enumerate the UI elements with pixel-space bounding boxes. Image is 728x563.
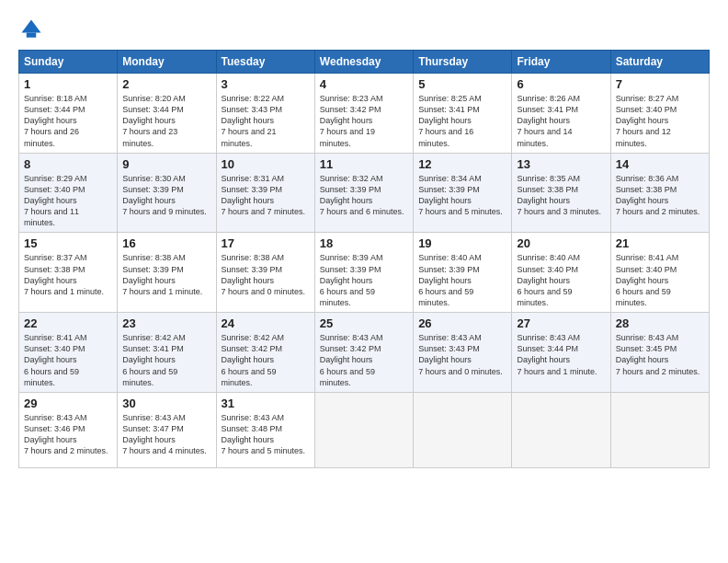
day-number: 20 (517, 236, 605, 250)
day-info: Sunrise: 8:43 AMSunset: 3:42 PMDaylight … (320, 332, 408, 388)
day-number: 31 (222, 396, 310, 410)
day-info: Sunrise: 8:25 AMSunset: 3:41 PMDaylight … (418, 93, 506, 149)
day-number: 9 (122, 157, 210, 171)
day-info: Sunrise: 8:22 AMSunset: 3:43 PMDaylight … (222, 93, 310, 149)
day-number: 14 (616, 157, 704, 171)
calendar-table: SundayMondayTuesdayWednesdayThursdayFrid… (18, 50, 710, 468)
calendar-week-row: 22Sunrise: 8:41 AMSunset: 3:40 PMDayligh… (19, 313, 710, 393)
day-number: 12 (418, 157, 506, 171)
day-info: Sunrise: 8:27 AMSunset: 3:40 PMDaylight … (616, 93, 704, 149)
day-number: 11 (320, 157, 408, 171)
weekday-header: Sunday (19, 51, 118, 74)
calendar-cell: 13Sunrise: 8:35 AMSunset: 3:38 PMDayligh… (512, 153, 610, 233)
day-number: 23 (122, 316, 210, 330)
day-info: Sunrise: 8:36 AMSunset: 3:38 PMDaylight … (616, 173, 704, 218)
calendar-cell: 26Sunrise: 8:43 AMSunset: 3:43 PMDayligh… (414, 313, 512, 393)
calendar-cell: 28Sunrise: 8:43 AMSunset: 3:45 PMDayligh… (610, 313, 709, 393)
day-number: 17 (222, 236, 310, 250)
day-number: 29 (24, 396, 112, 410)
day-number: 16 (122, 236, 210, 250)
day-info: Sunrise: 8:26 AMSunset: 3:41 PMDaylight … (517, 93, 605, 149)
calendar-cell: 14Sunrise: 8:36 AMSunset: 3:38 PMDayligh… (610, 153, 709, 233)
weekday-header: Wednesday (314, 51, 413, 74)
calendar-body: 1Sunrise: 8:18 AMSunset: 3:44 PMDaylight… (19, 74, 710, 468)
calendar-cell: 16Sunrise: 8:38 AMSunset: 3:39 PMDayligh… (118, 233, 216, 313)
day-info: Sunrise: 8:29 AMSunset: 3:40 PMDaylight … (24, 173, 112, 229)
calendar-cell: 18Sunrise: 8:39 AMSunset: 3:39 PMDayligh… (314, 233, 413, 313)
day-info: Sunrise: 8:43 AMSunset: 3:44 PMDaylight … (517, 332, 605, 377)
calendar-cell: 30Sunrise: 8:43 AMSunset: 3:47 PMDayligh… (118, 392, 216, 467)
weekday-header: Tuesday (216, 51, 314, 74)
calendar-cell: 2Sunrise: 8:20 AMSunset: 3:44 PMDaylight… (118, 74, 216, 154)
calendar-cell: 1Sunrise: 8:18 AMSunset: 3:44 PMDaylight… (19, 74, 118, 154)
day-info: Sunrise: 8:40 AMSunset: 3:39 PMDaylight … (418, 252, 506, 308)
page-container: SundayMondayTuesdayWednesdayThursdayFrid… (0, 0, 728, 477)
day-info: Sunrise: 8:41 AMSunset: 3:40 PMDaylight … (616, 252, 704, 308)
calendar-cell: 24Sunrise: 8:42 AMSunset: 3:42 PMDayligh… (216, 313, 314, 393)
calendar-cell: 10Sunrise: 8:31 AMSunset: 3:39 PMDayligh… (216, 153, 314, 233)
weekday-header: Thursday (414, 51, 512, 74)
day-number: 1 (24, 77, 112, 91)
day-info: Sunrise: 8:43 AMSunset: 3:48 PMDaylight … (222, 412, 310, 457)
weekday-header: Friday (512, 51, 610, 74)
calendar-cell: 23Sunrise: 8:42 AMSunset: 3:41 PMDayligh… (118, 313, 216, 393)
day-number: 21 (616, 236, 704, 250)
day-number: 8 (24, 157, 112, 171)
calendar-cell (610, 392, 709, 467)
calendar-cell: 25Sunrise: 8:43 AMSunset: 3:42 PMDayligh… (314, 313, 413, 393)
day-info: Sunrise: 8:38 AMSunset: 3:39 PMDaylight … (122, 252, 210, 297)
day-info: Sunrise: 8:42 AMSunset: 3:41 PMDaylight … (122, 332, 210, 388)
day-number: 15 (24, 236, 112, 250)
calendar-week-row: 29Sunrise: 8:43 AMSunset: 3:46 PMDayligh… (19, 392, 710, 467)
day-number: 22 (24, 316, 112, 330)
day-info: Sunrise: 8:38 AMSunset: 3:39 PMDaylight … (222, 252, 310, 297)
day-number: 3 (222, 77, 310, 91)
day-info: Sunrise: 8:20 AMSunset: 3:44 PMDaylight … (122, 93, 210, 149)
day-number: 7 (616, 77, 704, 91)
day-info: Sunrise: 8:43 AMSunset: 3:43 PMDaylight … (418, 332, 506, 377)
calendar-cell: 12Sunrise: 8:34 AMSunset: 3:39 PMDayligh… (414, 153, 512, 233)
calendar-cell: 3Sunrise: 8:22 AMSunset: 3:43 PMDaylight… (216, 74, 314, 154)
day-info: Sunrise: 8:34 AMSunset: 3:39 PMDaylight … (418, 173, 506, 218)
day-number: 28 (616, 316, 704, 330)
day-info: Sunrise: 8:39 AMSunset: 3:39 PMDaylight … (320, 252, 408, 308)
calendar-cell: 20Sunrise: 8:40 AMSunset: 3:40 PMDayligh… (512, 233, 610, 313)
day-info: Sunrise: 8:32 AMSunset: 3:39 PMDaylight … (320, 173, 408, 218)
day-number: 24 (222, 316, 310, 330)
day-info: Sunrise: 8:43 AMSunset: 3:46 PMDaylight … (24, 412, 112, 457)
svg-rect-1 (27, 33, 37, 38)
calendar-week-row: 1Sunrise: 8:18 AMSunset: 3:44 PMDaylight… (19, 74, 710, 154)
svg-marker-0 (22, 20, 41, 33)
day-info: Sunrise: 8:42 AMSunset: 3:42 PMDaylight … (222, 332, 310, 388)
logo (18, 17, 48, 42)
day-number: 5 (418, 77, 506, 91)
day-number: 26 (418, 316, 506, 330)
day-info: Sunrise: 8:30 AMSunset: 3:39 PMDaylight … (122, 173, 210, 218)
calendar-cell: 19Sunrise: 8:40 AMSunset: 3:39 PMDayligh… (414, 233, 512, 313)
calendar-cell: 15Sunrise: 8:37 AMSunset: 3:38 PMDayligh… (19, 233, 118, 313)
weekday-header: Monday (118, 51, 216, 74)
calendar-cell: 9Sunrise: 8:30 AMSunset: 3:39 PMDaylight… (118, 153, 216, 233)
calendar-cell (512, 392, 610, 467)
calendar-cell: 22Sunrise: 8:41 AMSunset: 3:40 PMDayligh… (19, 313, 118, 393)
weekday-header: Saturday (610, 51, 709, 74)
calendar-week-row: 8Sunrise: 8:29 AMSunset: 3:40 PMDaylight… (19, 153, 710, 233)
day-number: 13 (517, 157, 605, 171)
calendar-cell: 29Sunrise: 8:43 AMSunset: 3:46 PMDayligh… (19, 392, 118, 467)
day-number: 25 (320, 316, 408, 330)
calendar-cell: 21Sunrise: 8:41 AMSunset: 3:40 PMDayligh… (610, 233, 709, 313)
day-info: Sunrise: 8:40 AMSunset: 3:40 PMDaylight … (517, 252, 605, 308)
logo-icon (18, 17, 44, 42)
day-number: 2 (122, 77, 210, 91)
calendar-cell: 7Sunrise: 8:27 AMSunset: 3:40 PMDaylight… (610, 74, 709, 154)
day-info: Sunrise: 8:23 AMSunset: 3:42 PMDaylight … (320, 93, 408, 149)
day-info: Sunrise: 8:35 AMSunset: 3:38 PMDaylight … (517, 173, 605, 218)
calendar-week-row: 15Sunrise: 8:37 AMSunset: 3:38 PMDayligh… (19, 233, 710, 313)
day-info: Sunrise: 8:43 AMSunset: 3:45 PMDaylight … (616, 332, 704, 377)
calendar-header-row: SundayMondayTuesdayWednesdayThursdayFrid… (19, 51, 710, 74)
day-number: 19 (418, 236, 506, 250)
calendar-cell (314, 392, 413, 467)
day-info: Sunrise: 8:31 AMSunset: 3:39 PMDaylight … (222, 173, 310, 218)
calendar-cell: 17Sunrise: 8:38 AMSunset: 3:39 PMDayligh… (216, 233, 314, 313)
calendar-cell: 5Sunrise: 8:25 AMSunset: 3:41 PMDaylight… (414, 74, 512, 154)
